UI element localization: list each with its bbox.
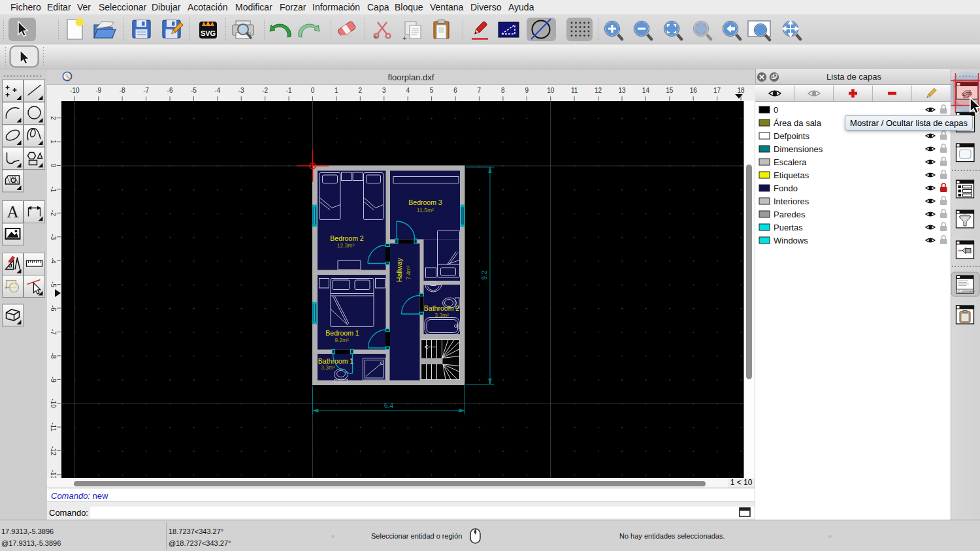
svg-text:-2: -2 — [50, 210, 57, 216]
svg-text:4: 4 — [406, 87, 410, 94]
svg-text:17: 17 — [713, 87, 721, 94]
svg-text:-13: -13 — [50, 470, 57, 478]
svg-text:3.3m²: 3.3m² — [321, 364, 335, 371]
svg-text:Bathroom 2: Bathroom 2 — [424, 304, 459, 312]
svg-text:2: 2 — [50, 116, 57, 120]
svg-text:-8: -8 — [50, 353, 57, 358]
svg-text:Interiores: Interiores — [774, 197, 809, 206]
svg-text:1: 1 — [335, 87, 338, 94]
svg-text:10: 10 — [547, 87, 555, 94]
svg-text:-1: -1 — [50, 186, 57, 192]
svg-text:16: 16 — [690, 87, 698, 94]
svg-text:1: 1 — [50, 140, 57, 144]
svg-text:7.4m²: 7.4m² — [405, 265, 412, 279]
svg-text:-4: -4 — [214, 87, 220, 94]
svg-text:c_command: c_command — [958, 290, 975, 293]
svg-text:11.5m²: 11.5m² — [417, 206, 434, 213]
svg-text:Fondo: Fondo — [774, 183, 798, 193]
svg-text:14: 14 — [642, 87, 650, 94]
svg-text:Lista de capas: Lista de capas — [826, 72, 881, 82]
svg-text:0: 0 — [774, 105, 778, 115]
svg-text:-8: -8 — [120, 87, 125, 94]
svg-text:-5: -5 — [50, 281, 57, 287]
svg-text:8: 8 — [501, 87, 505, 94]
svg-text:15: 15 — [666, 87, 674, 94]
svg-text:0: 0 — [311, 87, 315, 94]
svg-text:Escalera: Escalera — [774, 157, 807, 167]
svg-text:-10: -10 — [50, 398, 57, 408]
svg-text:-1: -1 — [286, 87, 292, 94]
svg-text:Dimensiones: Dimensiones — [774, 144, 823, 154]
svg-text:+: + — [374, 33, 378, 40]
svg-text:-7: -7 — [143, 87, 149, 94]
svg-text:9.2m²: 9.2m² — [335, 336, 349, 343]
svg-text:+: + — [402, 34, 406, 42]
svg-text:11: 11 — [571, 87, 578, 94]
svg-text:-2: -2 — [262, 87, 268, 94]
svg-text:Paredes: Paredes — [774, 210, 806, 219]
svg-text:Windows: Windows — [774, 236, 808, 245]
svg-text:Puertas: Puertas — [774, 223, 803, 232]
svg-text:7: 7 — [478, 87, 482, 94]
svg-text:Defpoints: Defpoints — [774, 131, 809, 141]
svg-text:Bedroom 2: Bedroom 2 — [330, 234, 364, 242]
svg-text:13: 13 — [618, 87, 626, 94]
svg-text:0: 0 — [50, 164, 57, 168]
svg-text:-6: -6 — [50, 306, 57, 311]
svg-text:2: 2 — [359, 87, 363, 94]
svg-text:12.3m²: 12.3m² — [337, 242, 355, 248]
svg-text:6: 6 — [453, 87, 457, 94]
svg-text:SVG: SVG — [201, 29, 216, 37]
svg-text:Etiquetas: Etiquetas — [774, 170, 809, 180]
svg-text:5: 5 — [430, 87, 434, 94]
svg-text:-3: -3 — [238, 87, 244, 94]
svg-text:-5: -5 — [191, 87, 197, 94]
svg-text:-11: -11 — [50, 422, 57, 432]
svg-text:9: 9 — [525, 87, 529, 94]
svg-text:3: 3 — [382, 87, 386, 94]
svg-text:6.4: 6.4 — [384, 401, 393, 409]
svg-text:-4: -4 — [50, 258, 57, 264]
svg-text:Bedroom 1: Bedroom 1 — [325, 329, 359, 337]
svg-text:3.3m²: 3.3m² — [434, 311, 449, 318]
svg-text:-12: -12 — [50, 446, 57, 456]
svg-text:Hallway: Hallway — [395, 257, 403, 282]
svg-text:-6: -6 — [167, 87, 173, 94]
svg-text:18: 18 — [738, 87, 745, 94]
svg-text:-10: -10 — [70, 87, 80, 94]
svg-text:-7: -7 — [50, 329, 57, 335]
svg-text:-9: -9 — [95, 87, 101, 94]
svg-text:A: A — [7, 203, 18, 221]
svg-text:9.2: 9.2 — [481, 270, 488, 279]
svg-text:Bedroom 3: Bedroom 3 — [408, 198, 442, 206]
svg-text:12: 12 — [595, 87, 602, 94]
svg-text:Área da sala: Área da sala — [774, 118, 822, 128]
svg-text:-9: -9 — [50, 377, 57, 383]
svg-text:-3: -3 — [50, 234, 57, 240]
